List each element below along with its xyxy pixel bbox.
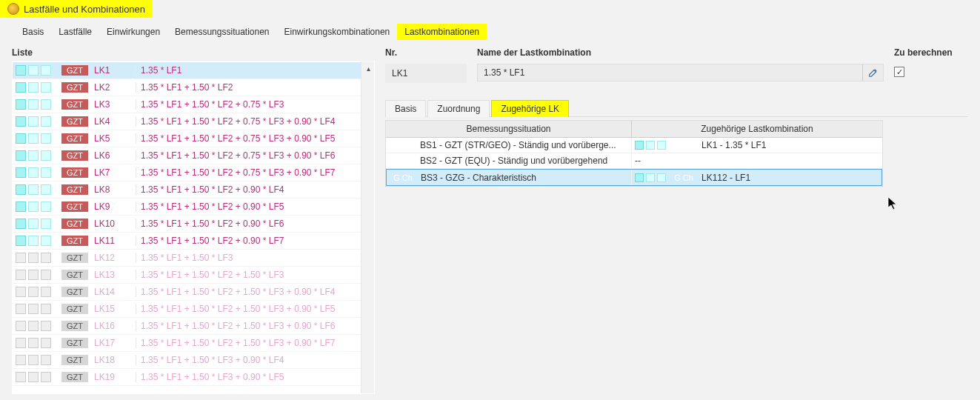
status-chip [28, 219, 39, 229]
status-chip [16, 355, 26, 365]
situation-badge: LAG [389, 156, 416, 166]
status-chip [28, 304, 39, 314]
status-chip [16, 133, 26, 144]
list-item[interactable]: GZTLK21.35 * LF1 + 1.50 * LF2 [13, 79, 374, 96]
status-chip [28, 270, 39, 280]
list-item[interactable]: GZTLK171.35 * LF1 + 1.50 * LF2 + 1.50 * … [13, 335, 374, 352]
name-field[interactable]: 1.35 * LF1 [478, 64, 862, 81]
status-chip [28, 201, 39, 212]
list-item[interactable]: GZTLK141.35 * LF1 + 1.50 * LF2 + 1.50 * … [13, 284, 374, 301]
status-chip [28, 338, 39, 348]
liste-container: GZTLK11.35 * LF1GZTLK21.35 * LF1 + 1.50 … [12, 61, 375, 394]
status-chip [41, 270, 51, 280]
lk-id: LK17 [94, 338, 131, 348]
status-chip [16, 219, 26, 229]
list-item[interactable]: GZTLK81.35 * LF1 + 1.50 * LF2 + 0.90 * L… [13, 181, 374, 199]
lk-formula: 1.35 * LF1 + 1.50 * LF3 [141, 253, 233, 263]
scroll-up-icon[interactable]: ▴ [361, 61, 375, 75]
nr-label: Nr. [385, 47, 467, 58]
menu-lastfälle[interactable]: Lastfälle [51, 24, 99, 40]
lk-id: LK3 [94, 99, 131, 110]
list-item[interactable]: GZTLK111.35 * LF1 + 1.50 * LF2 + 0.90 * … [13, 233, 374, 250]
lk-id: LK19 [94, 372, 131, 382]
table-row[interactable]: LAGBS2 - GZT (EQU) - Ständig und vorüber… [386, 153, 882, 169]
lk-formula: 1.35 * LF1 + 1.50 * LF2 + 0.75 * LF3 [141, 99, 284, 110]
lk-formula: 1.35 * LF1 [141, 65, 181, 76]
list-item[interactable]: GZTLK151.35 * LF1 + 1.50 * LF2 + 1.50 * … [13, 301, 374, 318]
lk-id: LK15 [94, 304, 131, 314]
list-item[interactable]: GZTLK41.35 * LF1 + 1.50 * LF2 + 0.75 * L… [13, 113, 374, 130]
name-edit-button[interactable] [862, 64, 883, 81]
nr-field[interactable]: LK1 [385, 64, 467, 83]
list-item[interactable]: GZTLK71.35 * LF1 + 1.50 * LF2 + 0.75 * L… [13, 164, 374, 181]
window-title: Lastfälle und Kombinationen [24, 4, 145, 15]
list-item[interactable]: GZTLK31.35 * LF1 + 1.50 * LF2 + 0.75 * L… [13, 96, 374, 113]
status-chip [28, 236, 39, 246]
type-badge: GZT [61, 184, 88, 195]
list-item[interactable]: GZTLK131.35 * LF1 + 1.50 * LF2 + 1.50 * … [13, 267, 374, 284]
calc-label: Zu berechnen [894, 47, 968, 58]
status-chip [16, 167, 26, 178]
status-chip [28, 355, 39, 365]
menu-einwirkungen[interactable]: Einwirkungen [99, 24, 167, 40]
status-chip [16, 236, 26, 246]
lk-formula: 1.35 * LF1 + 1.50 * LF2 + 0.75 * LF3 + 0… [141, 150, 336, 161]
menu-lastkombinationen[interactable]: Lastkombinationen [397, 24, 487, 40]
status-chip [28, 133, 39, 144]
list-item[interactable]: GZTLK101.35 * LF1 + 1.50 * LF2 + 0.90 * … [13, 216, 374, 233]
tab-basis[interactable]: Basis [385, 100, 426, 117]
app-icon [7, 3, 19, 15]
lk-formula: 1.35 * LF1 + 1.50 * LF2 + 0.90 * LF4 [141, 184, 284, 195]
lk-formula: 1.35 * LF1 + 1.50 * LF2 [141, 82, 233, 93]
type-badge: GZT [61, 355, 88, 365]
list-item[interactable]: GZTLK181.35 * LF1 + 1.50 * LF3 + 0.90 * … [13, 352, 374, 369]
status-chip [41, 287, 51, 297]
status-chip [41, 236, 51, 246]
type-badge: GZT [61, 236, 88, 246]
type-badge: GZT [61, 338, 88, 348]
type-badge: GZT [61, 65, 88, 76]
tab-zugehörige-lk[interactable]: Zugehörige LK [491, 100, 569, 117]
status-chip [28, 184, 39, 195]
lk-id: LK14 [94, 287, 131, 297]
list-item[interactable]: GZTLK161.35 * LF1 + 1.50 * LF2 + 1.50 * … [13, 318, 374, 335]
status-chip [16, 116, 26, 127]
combo-text: LK112 - LF1 [701, 173, 750, 183]
lk-formula: 1.35 * LF1 + 1.50 * LF2 + 1.50 * LF3 + 0… [141, 321, 336, 331]
lk-id: LK12 [94, 253, 131, 263]
table-row[interactable]: GZTBS1 - GZT (STR/GEO) - Ständig und vor… [386, 138, 882, 153]
list-item[interactable]: GZTLK91.35 * LF1 + 1.50 * LF2 + 0.90 * L… [13, 199, 374, 216]
lk-id: LK4 [94, 116, 131, 127]
list-item[interactable]: GZTLK191.35 * LF1 + 1.50 * LF3 + 0.90 * … [13, 369, 374, 386]
lk-id: LK13 [94, 270, 131, 280]
situation-badge: G Ch [390, 173, 416, 183]
type-badge: GZT [61, 253, 88, 263]
menu-bemessungssituationen[interactable]: Bemessungssituationen [167, 24, 276, 40]
menu-einwirkungskombinationen[interactable]: Einwirkungskombinationen [277, 24, 398, 40]
list-item[interactable]: GZTLK121.35 * LF1 + 1.50 * LF3 [13, 250, 374, 267]
scrollbar[interactable]: ▴ [361, 61, 374, 393]
lk-formula: 1.35 * LF1 + 1.50 * LF2 + 0.90 * LF6 [141, 219, 284, 229]
tab-zuordnung[interactable]: Zuordnung [427, 100, 490, 117]
menu-basis[interactable]: Basis [15, 24, 51, 40]
lk-formula: 1.35 * LF1 + 1.50 * LF3 + 0.90 * LF4 [141, 355, 284, 365]
table-row[interactable]: G ChBS3 - GZG - CharakteristischG ChLK11… [386, 169, 882, 186]
edit-icon [868, 67, 879, 78]
status-chips [635, 141, 666, 150]
situation-badge: GZT [389, 140, 416, 150]
lk-id: LK11 [94, 236, 131, 246]
status-chip [28, 287, 39, 297]
calc-checkbox[interactable]: ✓ [894, 67, 904, 77]
type-badge: GZT [61, 116, 88, 127]
list-item[interactable]: GZTLK51.35 * LF1 + 1.50 * LF2 + 0.75 * L… [13, 130, 374, 147]
list-item[interactable]: GZTLK61.35 * LF1 + 1.50 * LF2 + 0.75 * L… [13, 147, 374, 164]
lk-formula: 1.35 * LF1 + 1.50 * LF2 + 0.90 * LF5 [141, 201, 284, 212]
status-chip [28, 150, 39, 161]
lk-id: LK8 [94, 184, 131, 195]
status-chip [28, 65, 39, 76]
lk-formula: 1.35 * LF1 + 1.50 * LF2 + 1.50 * LF3 + 0… [141, 338, 336, 348]
lk-id: LK1 [94, 65, 131, 76]
type-badge: GZT [61, 372, 88, 382]
list-item[interactable]: GZTLK11.35 * LF1 [13, 62, 374, 79]
combo-badge: GZT [670, 140, 697, 150]
